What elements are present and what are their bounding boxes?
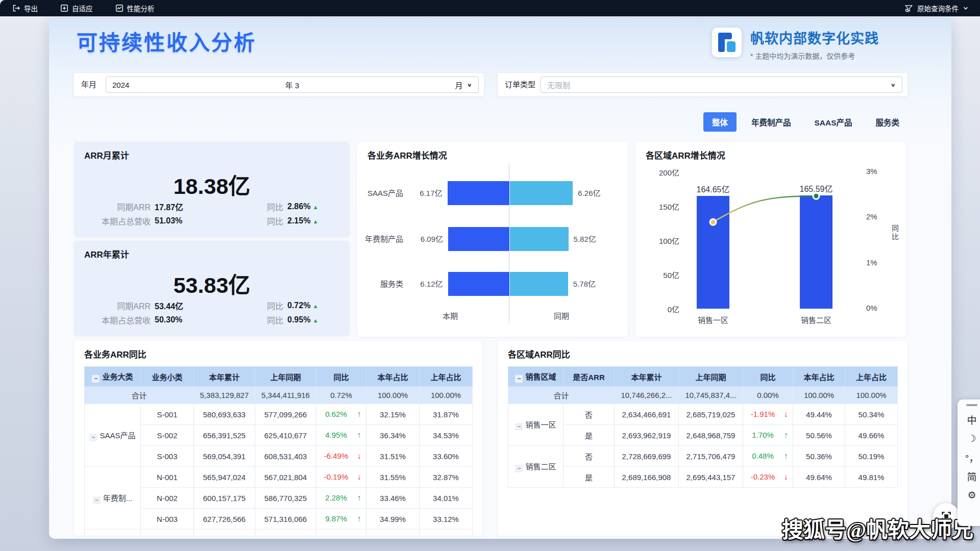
screen: 导出 自适应 性能分析 原始查询条件 可持续性收入分析 帆软内部数字化实践 * … [0,0,980,551]
punctuation-mode-icon[interactable]: °， [965,450,979,464]
adaptive-icon [60,4,68,12]
axis-label-previous: 同期 [536,310,587,321]
collapse-icon[interactable]: − [515,423,523,431]
export-icon [12,4,20,12]
kpi-value: 53.83亿 [74,267,350,299]
dashboard-canvas: 可持续性收入分析 帆软内部数字化实践 * 主题中均为演示数据，仅供参考 年月 2… [49,18,951,539]
line-point-region2 [813,193,819,199]
order-type-select[interactable]: 无限制 ∨ [541,77,902,93]
table-row: 是2,689,166,9082,695,443,157-0.23%↓49.64%… [508,467,898,488]
query-conditions-label: 原始查询条件 [917,3,959,13]
kpi-detail-rows: 同期ARR 53.44亿 同比 0.72% ▲ 本期占总营收 50.30% 同比… [74,298,341,327]
bar-same-period[interactable] [510,272,568,296]
bar-value-label: 6.17亿 [406,187,443,198]
up-arrow-icon: ↑ [357,493,361,503]
bar-value-label: 6.09亿 [406,233,443,244]
table-row: −年费制...N-001565,947,024567,021,804-0.19%… [85,467,473,488]
month-part: 年 3 [285,80,300,90]
bar-current-period[interactable] [448,272,510,296]
query-conditions-button[interactable]: 原始查询条件 [904,3,969,13]
brand-name: 帆软内部数字化实践 [750,28,879,47]
kpi-row: 同期ARR 17.87亿 同比 2.86% ▲ [74,199,341,214]
table-row: −SAAS产品S-001580,693,633577,099,2660.62%↑… [85,404,473,425]
up-arrow-icon: ↑ [784,431,788,440]
up-arrow-icon: ↑ [784,452,788,461]
month-unit: 月 [455,80,462,90]
ime-toolbar: 中☽°，简⚙ [958,399,980,526]
night-mode-icon[interactable]: ☽ [967,432,976,445]
group-cell: −SAAS产品 [85,404,141,467]
adaptive-label: 自适应 [72,3,93,13]
year-month-filter: 年月 2024 年 3 月∨ [74,73,484,96]
tab-item-2[interactable]: SAAS产品 [805,112,861,132]
year-month-input[interactable]: 2024 年 3 月∨ [106,77,479,93]
group-cell: −年费制... [85,467,141,530]
tornado-chart: SAAS产品6.17亿6.26亿年费制产品6.09亿5.82亿服务类6.12亿5… [357,142,628,337]
tab-bar: 整体年费制产品SAAS产品服务类 [703,112,908,132]
collapse-icon[interactable]: − [89,434,97,441]
table-header-row: −业务大类业务小类本年累计上年同期同比本年占比上年占比 [85,367,473,387]
kpi-value: 18.38亿 [74,168,350,200]
region-combo-chart: 200亿150亿100亿50亿0亿3%2%1%0%同比164.65亿销售一区16… [635,142,906,337]
up-arrow-icon: ↑ [357,431,361,440]
table-header-row: −销售区域是否ARR本年累计上年同期同比本年占比上年占比 [508,367,898,387]
kpi-card-arr-month: ARR月累计 18.38亿 同期ARR 17.87亿 同比 2.86% ▲ 本期… [74,142,350,237]
performance-icon [115,4,124,12]
tab-item-3[interactable]: 服务类 [867,112,908,132]
bar-same-period[interactable] [510,227,569,251]
up-triangle-icon: ▲ [313,303,318,309]
simplified-mode-icon[interactable]: 简 [967,469,976,483]
down-arrow-icon: ↓ [357,472,361,482]
business-arr-table-card: 各业务ARR同比 −业务大类业务小类本年累计上年同期同比本年占比上年占比合计5,… [74,341,482,536]
bar-current-period[interactable] [448,181,510,205]
table-row: −销售二区否2,728,669,6992,715,706,4790.48%↑50… [508,446,898,467]
collapse-icon[interactable]: − [93,496,101,504]
table-row: N-003627,726,566571,316,0669.87%↑34.99%3… [85,509,473,530]
filter-funnel-icon [904,4,913,13]
region-arr-table-card: 各区域ARR同比 −销售区域是否ARR本年累计上年同期同比本年占比上年占比合计1… [498,341,908,536]
down-arrow-icon: ↓ [784,410,788,419]
chevron-down-icon [963,5,969,11]
ime-settings-icon[interactable]: ⚙ [967,488,976,502]
category-label: SAAS产品 [357,187,403,198]
table-row: 是2,693,962,9192,648,968,7591.70%↑50.56%4… [508,425,898,446]
up-triangle-icon: ▲ [313,204,318,210]
ime-drag-handle[interactable] [966,404,977,406]
topbar: 导出 自适应 性能分析 原始查询条件 [0,0,980,16]
chevron-down-icon: ∨ [890,82,896,88]
kpi-card-arr-year: ARR年累计 53.83亿 同期ARR 53.44亿 同比 0.72% ▲ 本期… [74,241,350,336]
performance-analysis-button[interactable]: 性能分析 [115,3,155,13]
group-cell: −销售一区 [508,404,564,446]
table-row-partial [85,530,473,536]
collapse-icon[interactable]: − [515,465,523,472]
bar-current-period[interactable] [448,227,509,251]
collapse-icon[interactable]: − [515,375,523,383]
data-table: −业务大类业务小类本年累计上年同期同比本年占比上年占比合计5,383,129,8… [84,366,473,536]
group-cell: −销售二区 [508,446,564,488]
down-arrow-icon: ↓ [357,452,361,461]
bar-same-period[interactable] [510,181,573,205]
business-arr-table: −业务大类业务小类本年累计上年同期同比本年占比上年占比合计5,383,129,8… [84,366,472,536]
collapse-icon[interactable]: − [92,375,100,383]
export-label: 导出 [24,3,38,13]
up-arrow-icon: ↑ [357,410,361,419]
axis-label-current: 本期 [425,310,476,321]
data-table: −销售区域是否ARR本年累计上年同期同比本年占比上年占比合计10,746,266… [508,366,898,488]
kpi-detail-rows: 同期ARR 17.87亿 同比 2.86% ▲ 本期占总营收 51.03% 同比… [74,199,341,228]
adaptive-button[interactable]: 自适应 [60,3,93,13]
region-arr-table: −销售区域是否ARR本年累计上年同期同比本年占比上年占比合计10,746,266… [508,366,897,488]
tab-item-0[interactable]: 整体 [703,112,737,132]
yoy-line [635,142,906,337]
bar-value-label: 6.26亿 [578,187,600,198]
table-row: −销售一区否2,634,466,6912,685,719,025-1.91%↓4… [508,404,898,425]
kpi-title: ARR年累计 [84,247,129,260]
lang-mode-icon[interactable]: 中 [967,413,976,427]
category-label: 服务类 [357,278,403,289]
fanruan-logo-icon [712,28,742,57]
table-row: N-002600,157,175586,770,3252.28%↑33.46%3… [85,488,473,509]
tab-item-1[interactable]: 年费制产品 [743,112,800,132]
category-label: 年费制产品 [357,233,403,244]
table-title: 各业务ARR同比 [84,347,146,360]
down-arrow-icon: ↓ [784,472,788,482]
export-button[interactable]: 导出 [12,3,38,13]
